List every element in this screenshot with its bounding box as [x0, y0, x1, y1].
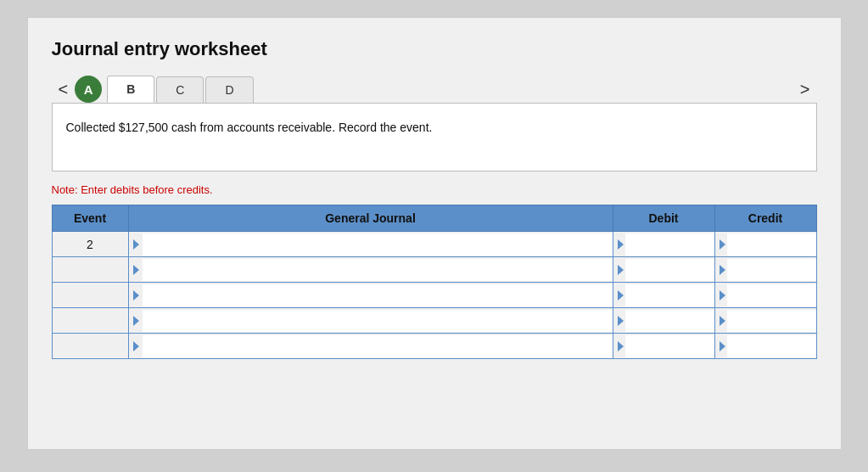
credit-cell-5[interactable]	[714, 334, 816, 359]
gj-input-3[interactable]	[143, 284, 613, 306]
credit-input-2[interactable]	[727, 259, 816, 281]
debit-cell-2[interactable]	[613, 257, 714, 283]
arrow-icon-5	[133, 341, 139, 351]
debit-input-4[interactable]	[625, 310, 714, 332]
event-cell-4	[52, 308, 128, 334]
table-row	[52, 308, 816, 334]
header-general-journal: General Journal	[128, 205, 613, 232]
gj-cell-5[interactable]	[128, 334, 613, 359]
debit-arrow-3	[618, 290, 624, 301]
next-arrow[interactable]: >	[793, 77, 817, 101]
page-title: Journal entry worksheet	[52, 38, 817, 60]
note-text: Note: Enter debits before credits.	[52, 183, 817, 196]
credit-input-5[interactable]	[727, 335, 816, 357]
active-tab-badge[interactable]: A	[75, 76, 102, 103]
gj-cell-1[interactable]	[128, 232, 613, 257]
credit-arrow-5	[720, 341, 725, 351]
debit-cell-3[interactable]	[613, 283, 714, 308]
debit-cell-5[interactable]	[613, 334, 714, 359]
gj-cell-2[interactable]	[128, 257, 613, 283]
debit-arrow-2	[618, 265, 624, 275]
credit-cell-4[interactable]	[714, 308, 816, 334]
tabs-list: B C D	[107, 76, 255, 103]
debit-input-3[interactable]	[625, 284, 714, 306]
debit-arrow-4	[618, 316, 624, 326]
debit-arrow-5	[618, 341, 624, 351]
table-row: 2	[52, 232, 816, 257]
debit-input-2[interactable]	[625, 259, 714, 281]
gj-input-1[interactable]	[143, 233, 613, 256]
description-text: Collected $127,500 cash from accounts re…	[66, 121, 433, 134]
table-row	[52, 334, 816, 359]
event-cell-1: 2	[52, 232, 128, 257]
journal-table: Event General Journal Debit Credit 2	[52, 205, 817, 359]
gj-input-2[interactable]	[143, 259, 613, 281]
header-debit: Debit	[613, 205, 714, 232]
tab-b[interactable]: B	[107, 76, 154, 103]
event-cell-5	[52, 334, 128, 359]
credit-input-4[interactable]	[727, 310, 816, 332]
header-credit: Credit	[714, 205, 816, 232]
credit-cell-2[interactable]	[714, 257, 816, 283]
arrow-icon-3	[133, 290, 139, 301]
worksheet-container: Journal entry worksheet < A B C D > Coll…	[27, 17, 842, 450]
table-row	[52, 283, 816, 308]
gj-input-4[interactable]	[143, 310, 613, 332]
debit-cell-1[interactable]	[613, 232, 714, 257]
arrow-icon-1	[133, 239, 139, 250]
arrow-icon-2	[133, 265, 139, 275]
gj-cell-4[interactable]	[128, 308, 613, 334]
credit-input-1[interactable]	[727, 233, 816, 256]
credit-arrow-2	[720, 265, 725, 275]
credit-cell-1[interactable]	[714, 232, 816, 257]
credit-input-3[interactable]	[727, 284, 816, 306]
credit-arrow-1	[720, 239, 725, 250]
header-event: Event	[52, 205, 128, 232]
table-row	[52, 257, 816, 283]
gj-input-5[interactable]	[143, 335, 613, 357]
prev-arrow[interactable]: <	[52, 77, 76, 101]
debit-input-1[interactable]	[625, 233, 714, 256]
tabs-row: < A B C D >	[52, 76, 817, 103]
credit-cell-3[interactable]	[714, 283, 816, 308]
credit-arrow-3	[720, 290, 725, 301]
credit-arrow-4	[720, 316, 725, 326]
event-cell-2	[52, 257, 128, 283]
tab-d[interactable]: D	[205, 76, 253, 103]
gj-cell-3[interactable]	[128, 283, 613, 308]
event-cell-3	[52, 283, 128, 308]
description-box: Collected $127,500 cash from accounts re…	[52, 103, 817, 171]
tab-c[interactable]: C	[156, 76, 204, 103]
debit-cell-4[interactable]	[613, 308, 714, 334]
debit-input-5[interactable]	[625, 335, 714, 357]
debit-arrow-1	[618, 239, 624, 250]
arrow-icon-4	[133, 316, 139, 326]
